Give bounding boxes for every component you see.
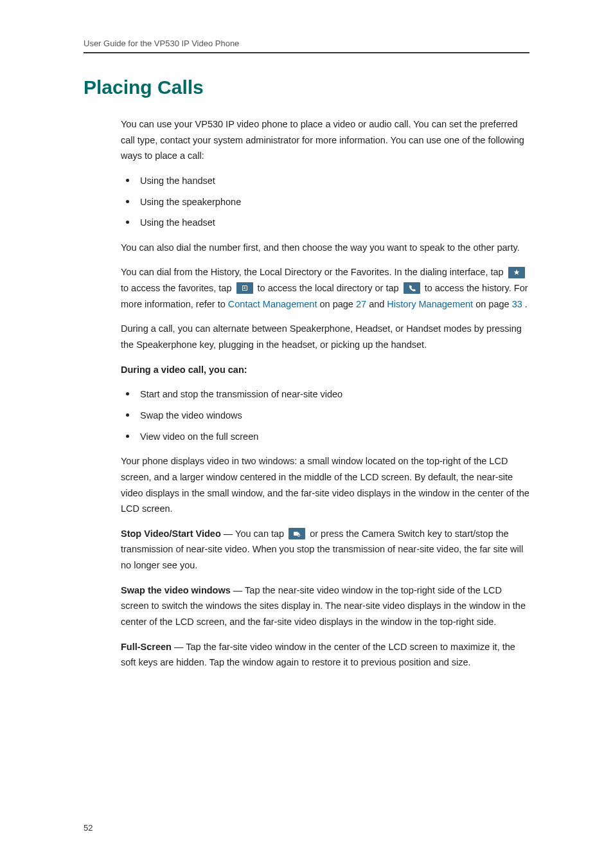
text-run: on page: [475, 299, 511, 309]
page-title: Placing Calls: [84, 77, 529, 98]
directory-icon: [236, 282, 253, 294]
text-run: on page: [320, 299, 356, 309]
link-history-management[interactable]: History Management: [387, 299, 473, 309]
page-ref[interactable]: 27: [356, 299, 366, 309]
document-page: User Guide for the VP530 IP Video Phone …: [0, 0, 613, 868]
text-run: — You can tap: [224, 529, 287, 539]
text-run: and: [369, 299, 387, 309]
during-modes-paragraph: During a call, you can alternate between…: [121, 321, 529, 352]
page-ref[interactable]: 33: [512, 299, 522, 309]
page-number: 52: [84, 823, 93, 833]
stop-video-paragraph: Stop Video/Start Video — You can tap or …: [121, 526, 529, 574]
dial-from-paragraph: You can dial from the History, the Local…: [121, 264, 529, 312]
video-actions-list: Start and stop the transmission of near-…: [121, 386, 529, 444]
fullscreen-label: Full-Screen: [121, 642, 172, 652]
text-run: to access the local directory or tap: [258, 283, 402, 293]
stop-video-label: Stop Video/Start Video: [121, 529, 221, 539]
body-content: You can use your VP530 IP video phone to…: [121, 116, 529, 671]
favorites-icon: [508, 267, 525, 278]
ways-list: Using the handset Using the speakerphone…: [121, 173, 529, 231]
list-item: Start and stop the transmission of near-…: [121, 386, 529, 402]
also-dial-paragraph: You can also dial the number first, and …: [121, 240, 529, 256]
video-call-heading: During a video call, you can:: [121, 362, 529, 378]
link-contact-management[interactable]: Contact Management: [228, 299, 317, 309]
swap-paragraph: Swap the video windows — Tap the near-si…: [121, 583, 529, 630]
running-header: User Guide for the VP530 IP Video Phone: [84, 39, 529, 53]
text-run: — Tap the far-site video window in the c…: [121, 642, 515, 668]
list-item: Using the speakerphone: [121, 194, 529, 210]
windows-desc-paragraph: Your phone displays video in two windows…: [121, 453, 529, 517]
camera-off-icon: [289, 528, 305, 539]
history-icon: [404, 282, 420, 294]
intro-paragraph: You can use your VP530 IP video phone to…: [121, 116, 529, 164]
list-item: View video on the full screen: [121, 429, 529, 445]
list-item: Using the headset: [121, 215, 529, 231]
list-item: Using the handset: [121, 173, 529, 189]
fullscreen-paragraph: Full-Screen — Tap the far-site video win…: [121, 639, 529, 671]
text-run: to access the favorites, tap: [121, 283, 235, 293]
text-run: .: [525, 299, 528, 309]
swap-label: Swap the video windows: [121, 585, 231, 595]
list-item: Swap the video windows: [121, 408, 529, 424]
text-run: You can dial from the History, the Local…: [121, 267, 506, 277]
